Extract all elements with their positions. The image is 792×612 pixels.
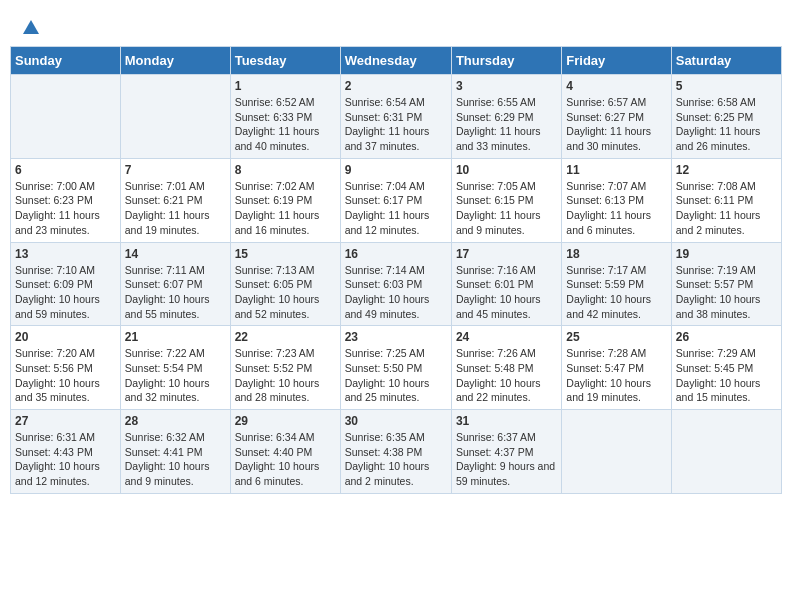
day-number: 17	[456, 247, 557, 261]
day-cell: 21Sunrise: 7:22 AM Sunset: 5:54 PM Dayli…	[120, 326, 230, 410]
day-info: Sunrise: 6:57 AM Sunset: 6:27 PM Dayligh…	[566, 95, 666, 154]
day-number: 8	[235, 163, 336, 177]
svg-marker-0	[23, 20, 39, 34]
day-number: 30	[345, 414, 447, 428]
day-cell: 14Sunrise: 7:11 AM Sunset: 6:07 PM Dayli…	[120, 242, 230, 326]
day-cell	[11, 75, 121, 159]
col-header-thursday: Thursday	[451, 47, 561, 75]
day-info: Sunrise: 6:35 AM Sunset: 4:38 PM Dayligh…	[345, 430, 447, 489]
week-row-2: 6Sunrise: 7:00 AM Sunset: 6:23 PM Daylig…	[11, 158, 782, 242]
day-cell	[120, 75, 230, 159]
day-number: 22	[235, 330, 336, 344]
day-info: Sunrise: 6:55 AM Sunset: 6:29 PM Dayligh…	[456, 95, 557, 154]
week-row-4: 20Sunrise: 7:20 AM Sunset: 5:56 PM Dayli…	[11, 326, 782, 410]
day-cell: 20Sunrise: 7:20 AM Sunset: 5:56 PM Dayli…	[11, 326, 121, 410]
page-header	[10, 10, 782, 40]
day-number: 14	[125, 247, 226, 261]
day-number: 5	[676, 79, 777, 93]
day-info: Sunrise: 7:22 AM Sunset: 5:54 PM Dayligh…	[125, 346, 226, 405]
day-number: 15	[235, 247, 336, 261]
day-info: Sunrise: 7:26 AM Sunset: 5:48 PM Dayligh…	[456, 346, 557, 405]
day-info: Sunrise: 6:58 AM Sunset: 6:25 PM Dayligh…	[676, 95, 777, 154]
day-info: Sunrise: 7:25 AM Sunset: 5:50 PM Dayligh…	[345, 346, 447, 405]
logo	[20, 18, 40, 36]
day-info: Sunrise: 7:10 AM Sunset: 6:09 PM Dayligh…	[15, 263, 116, 322]
day-info: Sunrise: 7:11 AM Sunset: 6:07 PM Dayligh…	[125, 263, 226, 322]
day-cell: 24Sunrise: 7:26 AM Sunset: 5:48 PM Dayli…	[451, 326, 561, 410]
day-cell: 12Sunrise: 7:08 AM Sunset: 6:11 PM Dayli…	[671, 158, 781, 242]
week-row-5: 27Sunrise: 6:31 AM Sunset: 4:43 PM Dayli…	[11, 410, 782, 494]
day-info: Sunrise: 7:23 AM Sunset: 5:52 PM Dayligh…	[235, 346, 336, 405]
day-info: Sunrise: 7:28 AM Sunset: 5:47 PM Dayligh…	[566, 346, 666, 405]
day-cell: 9Sunrise: 7:04 AM Sunset: 6:17 PM Daylig…	[340, 158, 451, 242]
col-header-friday: Friday	[562, 47, 671, 75]
day-number: 25	[566, 330, 666, 344]
day-cell: 29Sunrise: 6:34 AM Sunset: 4:40 PM Dayli…	[230, 410, 340, 494]
day-info: Sunrise: 7:02 AM Sunset: 6:19 PM Dayligh…	[235, 179, 336, 238]
header-row: SundayMondayTuesdayWednesdayThursdayFrid…	[11, 47, 782, 75]
day-number: 10	[456, 163, 557, 177]
day-number: 4	[566, 79, 666, 93]
day-number: 31	[456, 414, 557, 428]
day-cell: 13Sunrise: 7:10 AM Sunset: 6:09 PM Dayli…	[11, 242, 121, 326]
day-cell: 3Sunrise: 6:55 AM Sunset: 6:29 PM Daylig…	[451, 75, 561, 159]
col-header-monday: Monday	[120, 47, 230, 75]
col-header-wednesday: Wednesday	[340, 47, 451, 75]
day-cell: 28Sunrise: 6:32 AM Sunset: 4:41 PM Dayli…	[120, 410, 230, 494]
day-info: Sunrise: 6:54 AM Sunset: 6:31 PM Dayligh…	[345, 95, 447, 154]
day-number: 26	[676, 330, 777, 344]
day-cell: 30Sunrise: 6:35 AM Sunset: 4:38 PM Dayli…	[340, 410, 451, 494]
day-number: 12	[676, 163, 777, 177]
day-cell: 11Sunrise: 7:07 AM Sunset: 6:13 PM Dayli…	[562, 158, 671, 242]
day-info: Sunrise: 7:08 AM Sunset: 6:11 PM Dayligh…	[676, 179, 777, 238]
day-cell: 31Sunrise: 6:37 AM Sunset: 4:37 PM Dayli…	[451, 410, 561, 494]
day-cell: 23Sunrise: 7:25 AM Sunset: 5:50 PM Dayli…	[340, 326, 451, 410]
day-cell: 19Sunrise: 7:19 AM Sunset: 5:57 PM Dayli…	[671, 242, 781, 326]
day-number: 19	[676, 247, 777, 261]
day-info: Sunrise: 6:37 AM Sunset: 4:37 PM Dayligh…	[456, 430, 557, 489]
day-info: Sunrise: 7:17 AM Sunset: 5:59 PM Dayligh…	[566, 263, 666, 322]
day-info: Sunrise: 7:29 AM Sunset: 5:45 PM Dayligh…	[676, 346, 777, 405]
day-info: Sunrise: 7:00 AM Sunset: 6:23 PM Dayligh…	[15, 179, 116, 238]
day-number: 2	[345, 79, 447, 93]
day-number: 6	[15, 163, 116, 177]
calendar-table: SundayMondayTuesdayWednesdayThursdayFrid…	[10, 46, 782, 494]
week-row-3: 13Sunrise: 7:10 AM Sunset: 6:09 PM Dayli…	[11, 242, 782, 326]
day-number: 1	[235, 79, 336, 93]
day-cell: 6Sunrise: 7:00 AM Sunset: 6:23 PM Daylig…	[11, 158, 121, 242]
day-number: 16	[345, 247, 447, 261]
day-cell: 16Sunrise: 7:14 AM Sunset: 6:03 PM Dayli…	[340, 242, 451, 326]
day-number: 11	[566, 163, 666, 177]
day-cell: 5Sunrise: 6:58 AM Sunset: 6:25 PM Daylig…	[671, 75, 781, 159]
day-cell: 27Sunrise: 6:31 AM Sunset: 4:43 PM Dayli…	[11, 410, 121, 494]
col-header-tuesday: Tuesday	[230, 47, 340, 75]
day-info: Sunrise: 7:01 AM Sunset: 6:21 PM Dayligh…	[125, 179, 226, 238]
day-cell: 22Sunrise: 7:23 AM Sunset: 5:52 PM Dayli…	[230, 326, 340, 410]
day-cell: 1Sunrise: 6:52 AM Sunset: 6:33 PM Daylig…	[230, 75, 340, 159]
day-cell	[562, 410, 671, 494]
day-number: 24	[456, 330, 557, 344]
col-header-saturday: Saturday	[671, 47, 781, 75]
day-number: 13	[15, 247, 116, 261]
day-cell: 17Sunrise: 7:16 AM Sunset: 6:01 PM Dayli…	[451, 242, 561, 326]
day-info: Sunrise: 7:14 AM Sunset: 6:03 PM Dayligh…	[345, 263, 447, 322]
day-number: 29	[235, 414, 336, 428]
day-number: 21	[125, 330, 226, 344]
day-info: Sunrise: 6:34 AM Sunset: 4:40 PM Dayligh…	[235, 430, 336, 489]
day-cell: 18Sunrise: 7:17 AM Sunset: 5:59 PM Dayli…	[562, 242, 671, 326]
day-info: Sunrise: 6:32 AM Sunset: 4:41 PM Dayligh…	[125, 430, 226, 489]
day-info: Sunrise: 7:16 AM Sunset: 6:01 PM Dayligh…	[456, 263, 557, 322]
day-cell: 26Sunrise: 7:29 AM Sunset: 5:45 PM Dayli…	[671, 326, 781, 410]
logo-icon	[22, 18, 40, 36]
day-cell	[671, 410, 781, 494]
day-info: Sunrise: 7:05 AM Sunset: 6:15 PM Dayligh…	[456, 179, 557, 238]
day-info: Sunrise: 7:19 AM Sunset: 5:57 PM Dayligh…	[676, 263, 777, 322]
day-info: Sunrise: 6:52 AM Sunset: 6:33 PM Dayligh…	[235, 95, 336, 154]
col-header-sunday: Sunday	[11, 47, 121, 75]
day-number: 3	[456, 79, 557, 93]
day-cell: 2Sunrise: 6:54 AM Sunset: 6:31 PM Daylig…	[340, 75, 451, 159]
day-cell: 10Sunrise: 7:05 AM Sunset: 6:15 PM Dayli…	[451, 158, 561, 242]
day-cell: 25Sunrise: 7:28 AM Sunset: 5:47 PM Dayli…	[562, 326, 671, 410]
day-number: 23	[345, 330, 447, 344]
day-info: Sunrise: 7:07 AM Sunset: 6:13 PM Dayligh…	[566, 179, 666, 238]
